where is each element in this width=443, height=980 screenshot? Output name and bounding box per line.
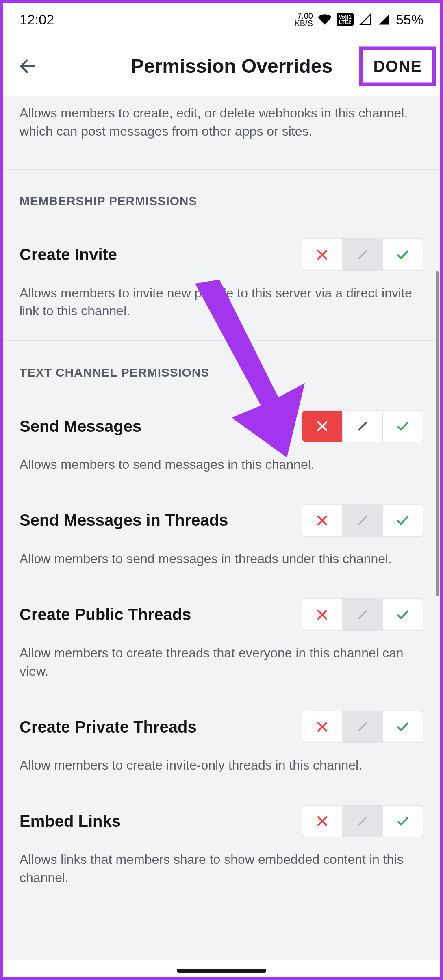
toggle-neutral[interactable] bbox=[342, 239, 382, 270]
perm-desc: Allows members to invite new people to t… bbox=[20, 284, 423, 329]
tri-toggle-create-public-threads bbox=[302, 598, 423, 631]
toggle-deny[interactable] bbox=[302, 806, 342, 837]
section-text-channel: TEXT CHANNEL PERMISSIONS bbox=[3, 340, 440, 388]
toggle-deny[interactable] bbox=[302, 711, 342, 742]
perm-create-invite: Create Invite Allows members to invite n… bbox=[3, 216, 440, 329]
perm-desc: Allow members to create threads that eve… bbox=[20, 644, 423, 689]
tri-toggle-send-messages-threads bbox=[302, 504, 423, 537]
perm-desc: Allow members to create invite-only thre… bbox=[20, 756, 423, 783]
svg-line-6 bbox=[359, 423, 366, 430]
status-bar: 12:02 7.00 KB/S Vo))1LTE2 55% bbox=[3, 3, 440, 36]
toggle-allow[interactable] bbox=[382, 239, 423, 270]
perm-title: Create Invite bbox=[20, 245, 117, 264]
wifi-icon bbox=[318, 13, 332, 26]
toggle-neutral[interactable] bbox=[342, 806, 382, 837]
perm-title: Create Private Threads bbox=[20, 718, 197, 736]
section-membership: MEMBERSHIP PERMISSIONS bbox=[3, 169, 440, 216]
volte-icon: Vo))1LTE2 bbox=[337, 13, 354, 26]
toggle-allow[interactable] bbox=[382, 806, 423, 837]
perm-desc: Allows members to send messages in this … bbox=[20, 455, 423, 482]
toggle-allow[interactable] bbox=[382, 599, 423, 630]
perm-title: Create Public Threads bbox=[20, 605, 191, 624]
perm-title: Send Messages in Threads bbox=[20, 511, 228, 529]
toggle-deny[interactable] bbox=[302, 411, 342, 442]
done-button[interactable]: DONE bbox=[373, 57, 422, 75]
perm-create-private-threads: Create Private Threads Allow members to … bbox=[3, 688, 440, 783]
toggle-allow[interactable] bbox=[382, 411, 423, 442]
svg-line-9 bbox=[359, 517, 366, 524]
perm-send-messages-threads: Send Messages in Threads Allow members t… bbox=[3, 482, 440, 576]
nav-handle[interactable] bbox=[177, 969, 266, 973]
signal-icon-1 bbox=[358, 13, 372, 26]
toggle-deny[interactable] bbox=[302, 239, 342, 270]
status-kbs: 7.00 KB/S bbox=[294, 12, 313, 27]
toggle-neutral[interactable] bbox=[342, 599, 382, 630]
svg-line-3 bbox=[359, 251, 366, 258]
tri-toggle-create-private-threads bbox=[302, 711, 423, 743]
toggle-allow[interactable] bbox=[382, 505, 423, 536]
svg-line-12 bbox=[359, 611, 366, 618]
perm-title: Embed Links bbox=[20, 812, 121, 830]
done-button-highlight: DONE bbox=[359, 46, 436, 86]
status-battery: 55% bbox=[396, 12, 423, 28]
tri-toggle-send-messages bbox=[302, 410, 423, 442]
status-time: 12:02 bbox=[20, 12, 54, 28]
scroll-indicator[interactable] bbox=[436, 271, 439, 596]
perm-desc: Allow members to send messages in thread… bbox=[20, 550, 423, 576]
svg-line-15 bbox=[359, 724, 366, 731]
toggle-deny[interactable] bbox=[302, 505, 342, 536]
toggle-deny[interactable] bbox=[302, 599, 342, 630]
perm-create-public-threads: Create Public Threads Allow members to c… bbox=[3, 576, 440, 689]
signal-icon-2 bbox=[377, 13, 391, 26]
intro-description: Allows members to create, edit, or delet… bbox=[3, 97, 440, 169]
toggle-allow[interactable] bbox=[382, 711, 423, 742]
svg-line-18 bbox=[359, 818, 366, 825]
perm-embed-links: Embed Links Allows links that members sh… bbox=[3, 783, 440, 895]
perm-title: Send Messages bbox=[20, 417, 141, 436]
content-scroll[interactable]: Allows members to create, edit, or delet… bbox=[3, 97, 440, 960]
app-bar: Permission Overrides DONE bbox=[3, 36, 440, 97]
status-right: 7.00 KB/S Vo))1LTE2 55% bbox=[294, 12, 423, 28]
perm-send-messages: Send Messages Allows members to send mes… bbox=[3, 388, 440, 482]
toggle-neutral[interactable] bbox=[342, 411, 382, 442]
tri-toggle-embed-links bbox=[302, 805, 423, 837]
toggle-neutral[interactable] bbox=[342, 711, 382, 742]
perm-desc: Allows links that members share to show … bbox=[20, 850, 423, 895]
toggle-neutral[interactable] bbox=[342, 505, 382, 536]
tri-toggle-create-invite bbox=[302, 238, 423, 271]
